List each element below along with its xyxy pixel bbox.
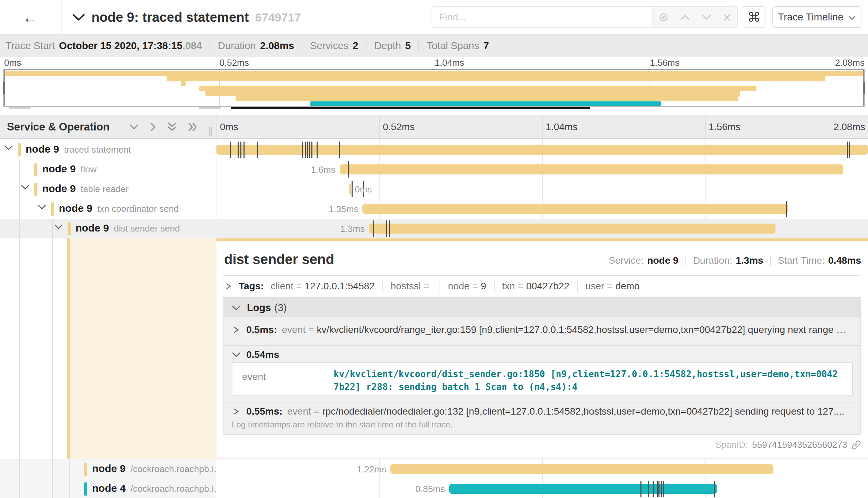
span-timeline-cell[interactable]: 1.3ms bbox=[216, 219, 868, 238]
span-log-marker[interactable] bbox=[653, 481, 654, 497]
collapse-trace-chevron-icon[interactable] bbox=[72, 13, 85, 21]
expand-one-icon[interactable] bbox=[150, 122, 157, 132]
span-log-marker[interactable] bbox=[786, 201, 787, 217]
indent-guide bbox=[52, 238, 53, 459]
minimap-right-handle-nub[interactable] bbox=[863, 82, 865, 94]
span-duration-label: 1.22ms bbox=[357, 464, 386, 475]
span-duration-bar[interactable] bbox=[349, 184, 352, 194]
span-timeline-cell[interactable]: 0ms bbox=[216, 179, 868, 199]
span-log-marker[interactable] bbox=[663, 481, 664, 497]
span-duration-bar[interactable] bbox=[340, 164, 843, 174]
span-timeline-cell[interactable]: 1.35ms bbox=[216, 199, 868, 219]
span-log-marker[interactable] bbox=[658, 481, 659, 497]
span-log-marker[interactable] bbox=[714, 481, 715, 497]
prev-match-icon[interactable] bbox=[680, 14, 690, 20]
span-log-marker[interactable] bbox=[389, 220, 390, 237]
summary-value-suffix: .084 bbox=[183, 40, 202, 52]
span-log-marker[interactable] bbox=[230, 142, 231, 158]
span-duration-bar[interactable] bbox=[449, 484, 717, 494]
span-duration-bar[interactable] bbox=[362, 204, 788, 214]
span-log-marker[interactable] bbox=[640, 481, 641, 497]
span-row[interactable]: node 9dist sender send1.3ms bbox=[0, 219, 868, 238]
span-timeline-cell[interactable]: 1.22ms bbox=[216, 459, 868, 479]
span-timeline-cell[interactable] bbox=[216, 140, 868, 160]
row-chevron-icon[interactable] bbox=[54, 224, 63, 231]
span-name-cell[interactable]: node 9flow bbox=[0, 160, 216, 179]
span-log-marker[interactable] bbox=[317, 142, 318, 158]
span-log-marker[interactable] bbox=[302, 142, 303, 158]
span-row[interactable]: node 4/cockroach.roachpb.I...0.85ms bbox=[0, 479, 868, 498]
row-chevron-icon[interactable] bbox=[21, 184, 30, 192]
span-name-cell[interactable]: node 9/cockroach.roachpb.I... bbox=[0, 459, 216, 479]
minimap-left-handle-nub[interactable] bbox=[3, 82, 5, 94]
span-log-marker[interactable] bbox=[257, 142, 258, 158]
span-log-marker[interactable] bbox=[305, 142, 306, 158]
clear-find-icon[interactable] bbox=[723, 13, 731, 21]
expand-all-icon[interactable] bbox=[188, 122, 198, 132]
span-log-marker[interactable] bbox=[661, 481, 662, 497]
span-log-marker[interactable] bbox=[386, 220, 387, 237]
logs-label: Logs bbox=[247, 302, 271, 314]
span-row[interactable]: node 9flow1.6ms bbox=[0, 160, 868, 179]
span-name-cell[interactable]: node 9dist sender send bbox=[0, 219, 216, 238]
row-chevron-icon[interactable] bbox=[4, 145, 13, 152]
span-log-marker[interactable] bbox=[352, 181, 353, 197]
log-entry[interactable]: 0.54ms bbox=[224, 349, 860, 360]
span-log-marker[interactable] bbox=[311, 142, 312, 158]
summary-label: Duration bbox=[218, 40, 256, 52]
minimap-scroll-indicator[interactable] bbox=[0, 107, 868, 109]
span-log-marker[interactable] bbox=[657, 481, 658, 497]
indent-guide bbox=[36, 459, 36, 479]
span-row[interactable]: node 9traced statement bbox=[0, 140, 868, 160]
trace-summary-bar: Trace StartOctober 15 2020, 17:38:15.084… bbox=[0, 35, 868, 57]
collapse-all-icon[interactable] bbox=[167, 122, 177, 132]
span-row[interactable]: node 9table reader0ms bbox=[0, 179, 868, 199]
span-timeline-cell[interactable]: 1.6ms bbox=[216, 160, 868, 179]
span-name-cell[interactable]: node 9table reader bbox=[0, 179, 216, 199]
minimap-scroll-pale[interactable] bbox=[9, 107, 30, 109]
span-row[interactable]: node 9txn coordinator send1.35ms bbox=[0, 199, 868, 219]
span-duration-bar[interactable] bbox=[390, 464, 773, 474]
span-row[interactable]: node 9/cockroach.roachpb.I...1.22ms bbox=[0, 459, 868, 479]
collapse-one-icon[interactable] bbox=[129, 124, 139, 130]
span-duration-bar[interactable] bbox=[216, 145, 868, 155]
span-name-cell[interactable]: node 9traced statement bbox=[0, 140, 216, 160]
span-duration-label: 0.85ms bbox=[415, 484, 445, 495]
minimap-canvas[interactable] bbox=[3, 69, 865, 107]
back-button[interactable]: ← bbox=[0, 0, 62, 35]
span-name-cell[interactable]: node 9txn coordinator send bbox=[0, 199, 216, 219]
span-color-bar bbox=[51, 202, 54, 216]
span-log-marker[interactable] bbox=[339, 142, 340, 158]
span-log-marker[interactable] bbox=[307, 142, 308, 158]
minimap-scroll-thumb[interactable] bbox=[231, 107, 590, 109]
span-log-marker[interactable] bbox=[243, 142, 245, 158]
next-match-icon[interactable] bbox=[702, 14, 711, 20]
column-resize-grip[interactable] bbox=[209, 127, 212, 136]
logs-header[interactable]: Logs(3) bbox=[224, 298, 860, 317]
span-log-marker[interactable] bbox=[648, 481, 649, 497]
keyboard-shortcuts-button[interactable]: ⌘ bbox=[743, 6, 765, 28]
span-log-marker[interactable] bbox=[849, 142, 850, 158]
span-log-marker[interactable] bbox=[348, 161, 349, 178]
span-log-marker[interactable] bbox=[847, 142, 848, 158]
find-input[interactable] bbox=[432, 6, 652, 28]
log-entry[interactable]: 0.5ms:event=kv/kvclient/kvcoord/range_it… bbox=[224, 324, 860, 335]
indent-guide bbox=[19, 179, 20, 199]
summary-item: Duration2.08ms bbox=[218, 40, 294, 52]
copy-link-icon[interactable] bbox=[851, 440, 861, 450]
view-selector-button[interactable]: Trace Timeline bbox=[772, 6, 861, 28]
span-name-cell[interactable]: node 4/cockroach.roachpb.I... bbox=[0, 479, 216, 498]
span-log-marker[interactable] bbox=[309, 142, 310, 158]
row-chevron-icon[interactable] bbox=[37, 204, 46, 211]
span-log-marker[interactable] bbox=[240, 142, 241, 158]
minimap-scroll-pale[interactable] bbox=[199, 107, 221, 109]
span-duration-bar[interactable] bbox=[369, 224, 776, 234]
span-log-marker[interactable] bbox=[238, 142, 239, 158]
span-timeline-cell[interactable]: 0.85ms bbox=[216, 479, 868, 498]
span-log-marker[interactable] bbox=[373, 220, 374, 237]
span-service-name: node 4/cockroach.roachpb.I... bbox=[92, 482, 216, 494]
locate-icon[interactable] bbox=[658, 12, 669, 22]
span-duration-label: 1.3ms bbox=[340, 224, 365, 234]
tags-row[interactable]: Tags:client=127.0.0.1:54582hostssl=node=… bbox=[224, 281, 640, 292]
log-entry[interactable]: 0.55ms:event=rpc/nodedialer/nodedialer.g… bbox=[224, 406, 860, 417]
